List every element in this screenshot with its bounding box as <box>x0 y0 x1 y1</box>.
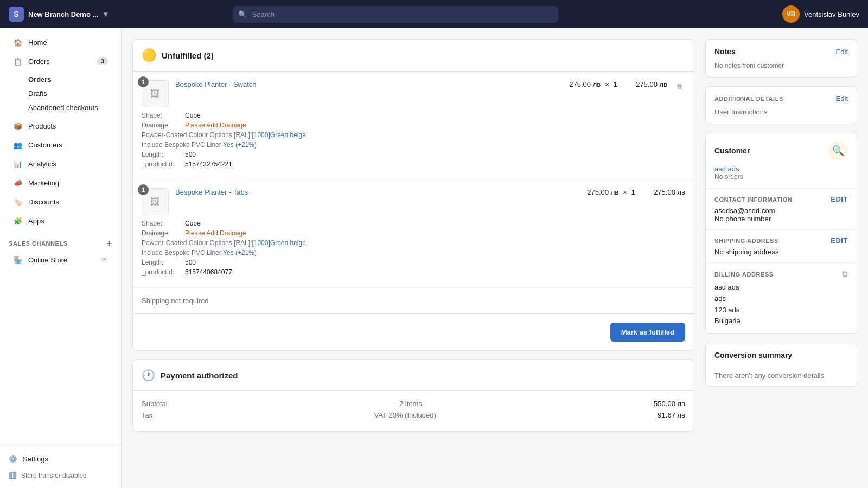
main-content: 🟡 Unfulfilled (2) 1 🖼 Bespoke Planter - … <box>122 28 868 488</box>
brand-name: New Branch Demo ... <box>28 10 98 18</box>
fulfillment-title: Unfulfilled (2) <box>162 51 214 60</box>
sidebar-subitem-drafts[interactable]: Drafts <box>24 87 117 100</box>
sidebar-item-customers[interactable]: 👥 Customers <box>4 136 117 154</box>
notes-edit-button[interactable]: Edit <box>836 48 848 56</box>
contact-section: CONTACT INFORMATION Edit asddsa@asdd.com… <box>706 188 857 229</box>
tax-desc: VAT 20% (Included) <box>374 411 436 419</box>
billing-section: BILLING ADDRESS ⧉ asd ads ads 123 ads Bu… <box>706 262 857 333</box>
customer-name-link[interactable]: asd ads <box>714 165 848 173</box>
sidebar-label-analytics: Analytics <box>28 160 56 168</box>
orders-submenu: Orders Drafts Abandoned checkouts <box>0 71 121 116</box>
sidebar-label-discounts: Discounts <box>28 198 59 206</box>
search-input[interactable] <box>233 6 558 23</box>
sidebar-item-products[interactable]: 📦 Products <box>4 117 117 135</box>
item2-shape-value: Cube <box>185 220 201 227</box>
sidebar-subitem-abandoned[interactable]: Abandoned checkouts <box>24 101 117 114</box>
additional-content: User Instructions <box>714 108 768 116</box>
billing-address: asd ads ads 123 ads Bulgaria <box>714 282 848 327</box>
notes-body: No notes from customer <box>706 61 857 77</box>
sales-channels-section: SALES CHANNELS + <box>0 230 121 250</box>
add-sales-channel-button[interactable]: + <box>107 239 112 248</box>
store-transfer-status: ℹ️ Store transfer disabled <box>4 467 117 484</box>
subtotal-items: 2 items <box>399 400 422 408</box>
fulfillment-card: 🟡 Unfulfilled (2) 1 🖼 Bespoke Planter - … <box>132 39 694 351</box>
item1-image: 1 🖼 <box>142 80 169 107</box>
customer-search-icon[interactable]: 🔍 <box>828 141 848 160</box>
item1-price: 275.00 лв <box>569 80 601 88</box>
sidebar-item-apps[interactable]: 🧩 Apps <box>4 211 117 230</box>
customer-card-header: Customer 🔍 <box>706 133 857 160</box>
center-column: 🟡 Unfulfilled (2) 1 🖼 Bespoke Planter - … <box>132 39 694 477</box>
item1-meta: Shape: Cube Drainage: Please Add Drainag… <box>142 112 685 168</box>
payment-card: 🕐 Payment authorized Subtotal 2 items 55… <box>132 359 694 432</box>
brand[interactable]: S New Branch Demo ... ▾ <box>9 7 117 22</box>
sidebar-subitem-orders[interactable]: Orders <box>24 73 117 86</box>
user-menu[interactable]: VB Ventsislav Buhlev <box>782 5 859 23</box>
payment-title: Payment authorized <box>161 371 238 380</box>
sidebar-item-online-store[interactable]: 🏪 Online Store 👁 <box>4 251 117 269</box>
conversion-body: There aren't any conversion details <box>706 365 857 386</box>
fulfillment-header: 🟡 Unfulfilled (2) <box>133 40 694 72</box>
item1-delete-button[interactable]: 🗑 <box>674 80 685 93</box>
shipping-edit-button[interactable]: Edit <box>831 236 848 245</box>
item1-productid-label: _productId: <box>142 160 185 168</box>
sidebar-label-home: Home <box>28 38 47 47</box>
item1-price-row: 275.00 лв × 1 <box>569 80 617 88</box>
sidebar-label-orders: Orders <box>28 57 50 66</box>
billing-title-text: BILLING ADDRESS <box>714 271 774 278</box>
sidebar-item-marketing[interactable]: 📣 Marketing <box>4 174 117 192</box>
contact-edit-button[interactable]: Edit <box>831 195 848 203</box>
unfulfilled-icon: 🟡 <box>142 48 156 62</box>
item2-length-label: Length: <box>142 259 185 266</box>
item1-liner-label: Include Bespoke PVC Liner: <box>142 141 223 149</box>
fulfillment-footer: Mark as fulfilled <box>133 313 694 350</box>
marketing-icon: 📣 <box>13 178 23 188</box>
sales-channels-label: SALES CHANNELS <box>9 240 68 247</box>
customer-email[interactable]: asddsa@asdd.com <box>714 207 848 215</box>
copy-billing-button[interactable]: ⧉ <box>842 269 848 279</box>
item1-qty: 1 <box>614 80 617 88</box>
item1-drainage-label: Drainage: <box>142 121 185 129</box>
item2-badge: 1 <box>138 184 149 195</box>
sidebar-footer: ⚙️ Settings ℹ️ Store transfer disabled <box>0 446 121 488</box>
mark-as-fulfilled-button[interactable]: Mark as fulfilled <box>610 323 685 342</box>
billing-country: Bulgaria <box>714 316 848 327</box>
additional-header: ADDITIONAL DETAILS Edit <box>706 87 857 108</box>
additional-body: User Instructions <box>706 108 857 124</box>
item1-total: 275.00 лв <box>624 80 667 88</box>
payment-tax-row: Tax VAT 20% (Included) 91.67 лв <box>142 411 685 419</box>
online-store-eye-icon: 👁 <box>101 256 108 264</box>
item2-shape-label: Shape: <box>142 220 185 227</box>
subtotal-label: Subtotal <box>142 400 168 408</box>
sidebar-item-analytics[interactable]: 📊 Analytics <box>4 155 117 173</box>
item2-productid-value: 5157440684077 <box>185 268 232 276</box>
item2-drainage-value: Please Add Drainage <box>185 229 246 237</box>
sidebar-item-settings[interactable]: ⚙️ Settings <box>4 451 117 467</box>
item1-length-label: Length: <box>142 151 185 158</box>
shipping-title-text: SHIPPING ADDRESS <box>714 237 778 244</box>
item1-colour-label: Powder-Coated Colour Options [RAL]: <box>142 131 252 139</box>
customer-card: Customer 🔍 asd ads No orders CONTACT INF… <box>705 133 857 334</box>
order-item-2: 1 🖼 Bespoke Planter - Tabs 275.00 лв × 1… <box>133 179 694 287</box>
home-icon: 🏠 <box>13 37 23 47</box>
item2-name[interactable]: Bespoke Planter - Tabs <box>175 188 580 196</box>
subtotal-value: 550.00 лв <box>654 400 685 408</box>
sidebar-item-discounts[interactable]: 🏷️ Discounts <box>4 192 117 211</box>
discounts-icon: 🏷️ <box>13 197 23 207</box>
orders-badge: 3 <box>97 57 108 65</box>
brand-icon: S <box>9 7 24 22</box>
sidebar-item-orders[interactable]: 📋 Orders 3 <box>4 52 117 70</box>
tax-label: Tax <box>142 411 152 419</box>
item1-liner-value: Yes (+21%) <box>223 141 257 149</box>
item2-meta: Shape: Cube Drainage: Please Add Drainag… <box>142 220 685 276</box>
billing-section-title: BILLING ADDRESS ⧉ <box>714 269 848 279</box>
sidebar-label-customers: Customers <box>28 141 62 149</box>
tax-value: 91.67 лв <box>658 411 685 419</box>
sidebar-item-home[interactable]: 🏠 Home <box>4 33 117 52</box>
item2-price: 275.00 лв <box>587 188 618 196</box>
billing-line2: 123 ads <box>714 305 848 316</box>
item1-name[interactable]: Bespoke Planter - Swatch <box>175 80 563 88</box>
item1-shape-label: Shape: <box>142 112 185 119</box>
additional-edit-button[interactable]: Edit <box>836 94 848 102</box>
item2-total: 275.00 лв <box>642 188 685 196</box>
